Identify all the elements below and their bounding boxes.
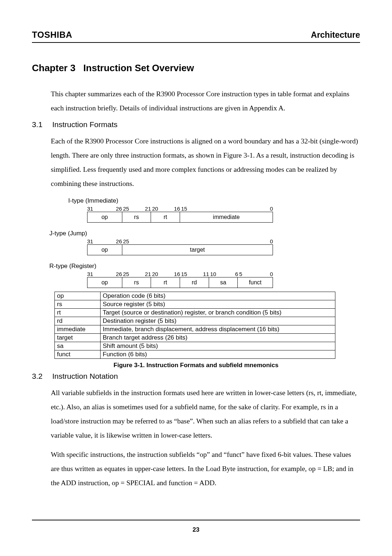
section-3-2-body-a: All variable subfields in the instructio… xyxy=(51,386,360,442)
bit-25: 25 xyxy=(122,205,136,212)
def-key: funct xyxy=(55,350,101,359)
bit-31: 31 xyxy=(87,205,105,212)
section-title: Instruction Notation xyxy=(52,372,118,381)
page-footer: 23 xyxy=(32,520,360,533)
page-header: TOSHIBA Architecture xyxy=(32,30,360,43)
page: TOSHIBA Architecture Chapter 3 Instructi… xyxy=(0,0,392,556)
def-key: rs xyxy=(55,300,101,309)
field-op: op xyxy=(87,277,122,288)
format-j-fields: op target xyxy=(87,244,273,255)
format-i-label: I-type (Immediate) xyxy=(68,197,360,204)
bit-31: 31 xyxy=(87,238,105,244)
field-op: op xyxy=(87,245,122,255)
def-value: Immediate, branch displacement, address … xyxy=(101,325,335,334)
def-value: Branch target address (26 bits) xyxy=(101,334,335,342)
bit-15: 15 xyxy=(180,271,195,277)
def-value: Shift amount (5 bits) xyxy=(101,342,335,350)
section-number: 3.1 xyxy=(32,120,46,129)
format-i-fields: op rs rt immediate xyxy=(87,212,273,223)
bit-25: 25 xyxy=(122,271,136,277)
def-key: rd xyxy=(55,317,101,325)
section-3-2-heading: 3.2 Instruction Notation xyxy=(32,372,360,381)
section-title: Instruction Formats xyxy=(52,120,118,129)
figure-caption: Figure 3-1. Instruction Formats and subf… xyxy=(32,362,360,369)
field-rt: rt xyxy=(151,212,180,222)
bit-16: 16 xyxy=(166,271,180,277)
def-value: Function (6 bits) xyxy=(101,350,335,359)
chapter-title-text: Instruction Set Overview xyxy=(83,62,194,73)
page-number: 23 xyxy=(32,526,360,533)
bit-0: 0 xyxy=(226,205,273,212)
format-i-type: I-type (Immediate) 31 26 25 21 20 16 15 … xyxy=(68,197,360,288)
bit-20: 20 xyxy=(151,271,166,277)
footer-rule xyxy=(32,520,360,520)
field-definitions-table: opOperation code (6 bits) rsSource regis… xyxy=(54,292,335,359)
def-key: immediate xyxy=(55,325,101,334)
format-r-bitrow: 31 26 25 21 20 16 15 11 10 6 5 0 xyxy=(87,271,360,277)
field-op: op xyxy=(87,212,122,222)
def-value: Operation code (6 bits) xyxy=(101,292,335,300)
bit-6: 6 xyxy=(224,271,238,277)
brand-logo: TOSHIBA xyxy=(32,30,72,40)
field-rs: rs xyxy=(122,277,151,288)
table-row: rsSource register (5 bits) xyxy=(55,300,335,309)
format-j-label: J-type (Jump) xyxy=(49,230,360,237)
table-row: saShift amount (5 bits) xyxy=(55,342,335,350)
field-rs: rs xyxy=(122,212,151,222)
bit-11: 11 xyxy=(195,271,209,277)
bit-15: 15 xyxy=(180,205,226,212)
bit-0: 0 xyxy=(197,238,273,244)
field-sa: sa xyxy=(209,277,238,288)
def-key: op xyxy=(55,292,101,300)
field-rt: rt xyxy=(151,277,180,288)
def-key: sa xyxy=(55,342,101,350)
def-key: rt xyxy=(55,309,101,317)
bit-31: 31 xyxy=(87,271,105,277)
field-immediate: immediate xyxy=(180,212,273,222)
section-3-2-body-b: With specific instructions, the instruct… xyxy=(51,447,360,490)
format-i-bitrow: 31 26 25 21 20 16 15 0 xyxy=(87,205,360,212)
table-row: immediateImmediate, branch displacement,… xyxy=(55,325,335,334)
bit-26: 26 xyxy=(105,271,122,277)
bit-21: 21 xyxy=(136,271,151,277)
section-3-1-heading: 3.1 Instruction Formats xyxy=(32,120,360,129)
def-value: Source register (5 bits) xyxy=(101,300,335,309)
format-j-bitrow: 31 26 25 0 xyxy=(87,238,360,244)
bit-5: 5 xyxy=(238,271,256,277)
def-key: target xyxy=(55,334,101,342)
def-value: Destination register (5 bits) xyxy=(101,317,335,325)
field-funct: funct xyxy=(238,277,273,288)
chapter-title: Chapter 3 Instruction Set Overview xyxy=(32,62,360,74)
field-target: target xyxy=(122,245,273,255)
table-row: functFunction (6 bits) xyxy=(55,350,335,359)
table-row: opOperation code (6 bits) xyxy=(55,292,335,300)
bit-26: 26 xyxy=(105,238,122,244)
bit-25: 25 xyxy=(122,238,197,244)
section-number: 3.2 xyxy=(32,372,46,381)
bit-26: 26 xyxy=(105,205,122,212)
table-row: rdDestination register (5 bits) xyxy=(55,317,335,325)
format-r-fields: op rs rt rd sa funct xyxy=(87,277,273,288)
field-rd: rd xyxy=(180,277,209,288)
def-value: Target (source or destination) register,… xyxy=(101,309,335,317)
section-3-1-body: Each of the R3900 Processor Core instruc… xyxy=(51,134,360,191)
chapter-intro: This chapter summarizes each of the R390… xyxy=(51,87,360,115)
bit-16: 16 xyxy=(166,205,180,212)
header-section-title: Architecture xyxy=(311,30,360,40)
format-r-label: R-type (Register) xyxy=(49,263,360,270)
bit-0: 0 xyxy=(256,271,273,277)
chapter-label: Chapter 3 xyxy=(32,62,75,73)
bit-20: 20 xyxy=(151,205,166,212)
bit-21: 21 xyxy=(136,205,151,212)
table-row: targetBranch target address (26 bits) xyxy=(55,334,335,342)
bit-10: 10 xyxy=(209,271,224,277)
table-row: rtTarget (source or destination) registe… xyxy=(55,309,335,317)
